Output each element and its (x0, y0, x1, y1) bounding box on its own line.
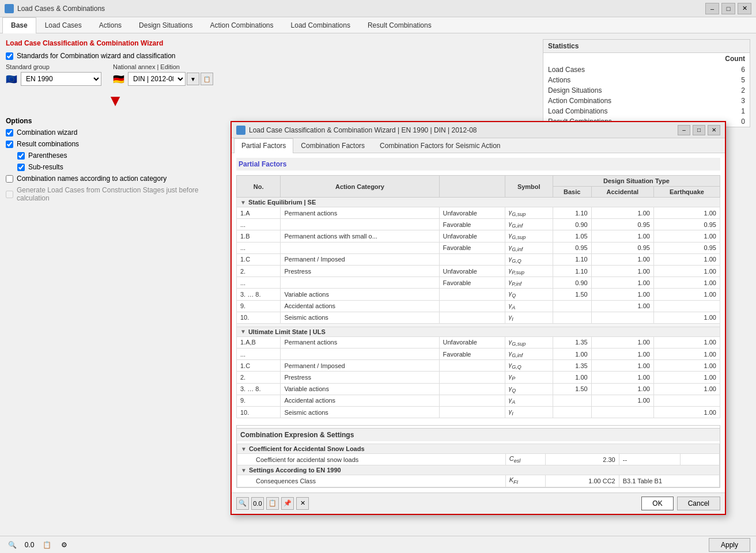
modal-tab-combination-factors[interactable]: Combination Factors (293, 138, 372, 153)
eq-1b-fav: 0.95 (653, 242, 720, 253)
result-combo-checkbox[interactable] (6, 141, 13, 148)
no-2-fav: ... (237, 277, 281, 289)
acc-10 (591, 312, 653, 323)
uls-no-9: 9. (237, 395, 281, 406)
paste-tool-btn[interactable]: 📌 (281, 497, 294, 510)
combo-names-checkbox[interactable] (6, 175, 13, 183)
national-annex-wrapper: 🇩🇪 DIN | 2012-08 ▼ 📋 (113, 72, 213, 86)
sub-results-checkbox[interactable] (17, 164, 25, 171)
eq-9 (653, 300, 720, 312)
statistics-panel: Statistics Count Load Cases 6 Actions 5 … (543, 39, 750, 127)
tab-base[interactable]: Base (2, 17, 36, 33)
uls-no-1c: 1.C (237, 360, 281, 372)
sym-9: γA (505, 300, 553, 312)
no-1c: 1.C (237, 253, 281, 265)
no-1b-fav: ... (237, 242, 281, 253)
uls-acc-1ab-unf: 1.00 (591, 336, 653, 348)
settings-btn[interactable]: 📋 (201, 73, 213, 85)
no-1b: 1.B (237, 230, 281, 242)
row-3-8: 3. … 8. Variable actions γQ 1.50 1.00 1.… (237, 289, 720, 300)
clear-tool-btn[interactable]: ✕ (296, 497, 309, 510)
modal-maximize[interactable]: □ (693, 125, 705, 135)
uls-eq-1c: 1.00 (653, 360, 720, 372)
settings-group-label: Settings According to EN 1990 (249, 467, 341, 474)
cancel-button[interactable]: Cancel (677, 497, 720, 510)
national-annex-select[interactable]: DIN | 2012-08 (128, 72, 186, 86)
search-tool-btn[interactable]: 🔍 (236, 497, 249, 510)
tab-action-combinations[interactable]: Action Combinations (201, 17, 282, 33)
action-2: Prestress (281, 265, 439, 276)
footer-actions: OK Cancel (641, 497, 720, 510)
main-tab-bar: Base Load Cases Actions Design Situation… (0, 17, 756, 33)
expand-coeff-icon[interactable]: ▼ (241, 446, 247, 452)
copy-tool-btn[interactable]: 📋 (266, 497, 279, 510)
stats-value-load-cases: 6 (691, 65, 750, 75)
tab-load-combinations[interactable]: Load Combinations (282, 17, 359, 33)
eq-1b-unf: 1.00 (653, 230, 720, 242)
eq-3-8: 1.00 (653, 289, 720, 300)
minimize-button[interactable]: – (705, 3, 719, 14)
row-1a-unfavorable: 1.A Permanent actions Unfavorable γG,sup… (237, 207, 720, 219)
acc-1a-fav: 0.95 (591, 219, 653, 230)
modal-tab-seismic[interactable]: Combination Factors for Seismic Action (372, 138, 508, 153)
stats-row-design-situations: Design Situations 2 (543, 85, 750, 96)
result-combo-label: Result combinations (17, 140, 79, 148)
uls-action-1ab-fav (281, 349, 439, 360)
modal-minimize[interactable]: – (678, 125, 690, 135)
tab-design-situations[interactable]: Design Situations (130, 17, 201, 33)
uls-type-2 (439, 372, 505, 383)
maximize-button[interactable]: □ (721, 3, 735, 14)
generate-label: Generate Load Cases from Construction St… (17, 186, 225, 202)
standards-checkbox[interactable] (6, 52, 13, 60)
consequences-note: B3.1 Table B1 (619, 475, 719, 487)
copy-bottom-icon[interactable]: 📋 (40, 539, 53, 551)
counter-bottom-icon[interactable]: 0.0 (23, 539, 36, 551)
uls-row-2: 2. Prestress γP 1.00 1.00 1.00 (237, 372, 720, 383)
uls-sym-10: γI (505, 407, 553, 418)
modal-tab-partial-factors[interactable]: Partial Factors (234, 138, 293, 153)
close-button[interactable]: ✕ (738, 3, 751, 14)
apply-button[interactable]: Apply (709, 538, 750, 552)
uls-row-10: 10. Seismic actions γI 1.00 (237, 407, 720, 418)
tab-load-cases[interactable]: Load Cases (36, 17, 90, 33)
uls-type-3-8 (439, 383, 505, 395)
wizard-section-header: Load Case Classification & Combination W… (6, 39, 225, 47)
sym-1b-unf: γG,sup (505, 230, 553, 242)
stats-table: Count Load Cases 6 Actions 5 Design Situ… (543, 53, 750, 127)
row-2-fav: ... Favorable γP,inf 0.90 1.00 1.00 (237, 277, 720, 289)
uls-no-3-8: 3. … 8. (237, 383, 281, 395)
combo-names-checkbox-row: Combination names according to action ca… (6, 175, 225, 183)
uls-acc-1c: 1.00 (591, 360, 653, 372)
sym-3-8: γQ (505, 289, 553, 300)
standard-group-select[interactable]: EN 1990 (21, 72, 101, 86)
search-bottom-icon[interactable]: 🔍 (6, 539, 18, 551)
modal-close[interactable]: ✕ (708, 125, 720, 135)
wizard-checkbox[interactable] (6, 129, 13, 137)
stats-label-load-combinations: Load Combinations (543, 106, 691, 116)
generate-checkbox (6, 191, 13, 198)
tab-actions[interactable]: Actions (90, 17, 130, 33)
row-1b-favorable: ... Favorable γG,inf 0.95 0.95 0.95 (237, 242, 720, 253)
uls-type-1c (439, 360, 505, 372)
standard-group-col: Standard group 🇪🇺 EN 1990 (6, 63, 101, 86)
uls-row-1ab-fav: ... Favorable γG,inf 1.00 1.00 1.00 (237, 349, 720, 360)
filter-btn[interactable]: ▼ (187, 73, 199, 85)
tab-result-combinations[interactable]: Result Combinations (359, 17, 440, 33)
ok-button[interactable]: OK (641, 497, 673, 510)
uls-sym-1c: γG,Q (505, 360, 553, 372)
parentheses-checkbox[interactable] (17, 152, 25, 160)
settings-bottom-icon[interactable]: ⚙ (58, 539, 70, 551)
type-1c (439, 253, 505, 265)
uls-action-10: Seismic actions (281, 407, 439, 418)
expand-se-icon[interactable]: ▼ (240, 199, 246, 206)
uls-action-3-8: Variable actions (281, 383, 439, 395)
modal-title-bar: Load Case Classification & Combination W… (232, 122, 725, 138)
stats-label-action-combinations: Action Combinations (543, 96, 691, 106)
counter-tool-btn[interactable]: 0.0 (251, 497, 264, 510)
uls-row-9: 9. Accidental actions γA 1.00 (237, 395, 720, 406)
combination-table: ▼ Coefficient for Accidental Snow Loads … (237, 444, 720, 487)
sym-1b-fav: γG,inf (505, 242, 553, 253)
uls-no-2: 2. (237, 372, 281, 383)
expand-settings-icon[interactable]: ▼ (241, 467, 247, 474)
expand-uls-icon[interactable]: ▼ (240, 328, 246, 335)
